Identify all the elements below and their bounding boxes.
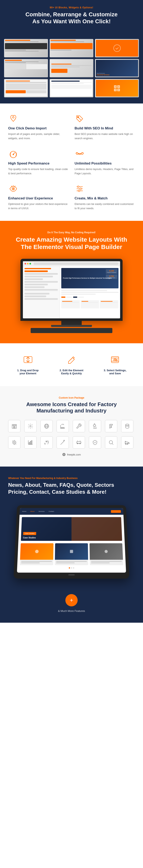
icon-globe (40, 420, 53, 432)
icon-chart (24, 436, 36, 448)
svg-point-31 (116, 360, 117, 361)
tablet-frame: Home About Services Contact Case Studies… (13, 505, 130, 579)
step-drag: 1. Drag and Dropyour Element (8, 353, 48, 376)
tablet-card-3 (89, 543, 123, 565)
step-edit-label: 2. Edit the ElementEasily & Quickly (60, 369, 83, 375)
feature-seo-desc: Best SEO practices to make website rank … (75, 132, 135, 141)
svg-rect-1 (114, 86, 116, 88)
monitor-screen: Provide High Performance Services for Mu… (23, 261, 120, 318)
svg-point-51 (13, 441, 16, 444)
icon-worker (89, 420, 101, 432)
svg-rect-46 (111, 427, 112, 428)
cta-badge: Do It The Easy Way, No Coding Required! (8, 231, 135, 234)
icon-tool-wrench (73, 420, 85, 432)
svg-point-29 (114, 359, 116, 360)
feature-one-click-desc: Import all of pages and posts, sample sl… (8, 132, 68, 141)
steps-section: 1. Drag and Dropyour Element 2. Edit the… (0, 343, 143, 386)
feature-ux: Enhanced User Experience Optimized to gi… (8, 184, 68, 211)
svg-rect-2 (118, 86, 120, 88)
icon-shield (89, 436, 101, 448)
tablet-card-icon (35, 550, 39, 554)
svg-rect-58 (29, 442, 30, 444)
hero-section: 90+ UI Blocks, Widgets & Options! Combin… (0, 0, 143, 39)
hero-badge: 90+ UI Blocks, Widgets & Options! (8, 6, 135, 9)
step-settings: 3. Select Settings,and Save (95, 353, 135, 376)
drag-icon (22, 353, 34, 366)
icon-factory (57, 420, 69, 432)
svg-rect-32 (12, 425, 17, 428)
icons-section-title: Awesome Icons Created for FactoryManufac… (8, 401, 135, 414)
screenshot-card (4, 79, 48, 97)
screenshot-card (50, 79, 93, 97)
icon-bulldozer (121, 436, 134, 448)
icons-section: Custom Icon Package Awesome Icons Create… (0, 386, 143, 467)
more-features-text: & Much More Features (8, 610, 135, 613)
more-badge: Whatever You Need For Manufacturing & In… (8, 477, 135, 479)
speedometer-icon (8, 149, 19, 159)
feature-mix-title: Create, Mix & Match (75, 196, 108, 200)
features-grid: One Click Demo Import Import all of page… (8, 114, 135, 211)
feature-ux-desc: Optimized to give your visitors the best… (8, 202, 68, 211)
tablet-card-icon-3 (104, 550, 108, 554)
eye-icon (8, 184, 19, 194)
stat1-label: Projects Completed (107, 272, 116, 273)
sliders-icon (75, 184, 85, 194)
tablet-nav-services: Services (38, 510, 45, 512)
feature-speed: High Speed Performance Top quality code … (8, 149, 68, 176)
keyboard (31, 328, 112, 333)
svg-line-7 (79, 118, 81, 120)
screenshot-card (50, 39, 93, 57)
more-features-button[interactable]: + (65, 594, 78, 607)
tablet-home-btn[interactable] (68, 574, 75, 575)
svg-line-67 (112, 444, 113, 445)
bottom-cta: + & Much More Features (0, 594, 143, 623)
screenshot-grid: High PerformanceIndustrial Services (0, 39, 143, 103)
monitor-mockup: Provide High Performance Services for Mu… (8, 259, 135, 321)
features-section: One Click Demo Import Import all of page… (0, 103, 143, 221)
svg-rect-4 (118, 89, 120, 91)
svg-point-12 (13, 188, 14, 189)
icon-recycle (40, 436, 53, 448)
svg-point-5 (12, 117, 14, 118)
settings-icon (109, 353, 121, 366)
monitor-base (61, 321, 82, 325)
svg-point-72 (105, 550, 108, 553)
feature-mix-desc: Elements can be easily combined and cust… (75, 202, 135, 211)
freepik-badge: freepik.com (8, 453, 135, 456)
tablet-mockup: Home About Services Contact Case Studies… (8, 504, 135, 578)
stat2-label: Satisfied Clients (107, 277, 116, 278)
tablet-nav-home: Home (22, 510, 26, 512)
tablet-nav-about[interactable]: About (30, 510, 34, 512)
icon-building (8, 420, 21, 432)
screenshot-card (95, 39, 139, 57)
icon-oil-barrel (121, 420, 134, 432)
more-title: News, About, Team, FAQs, Quote, SectorsP… (8, 482, 135, 496)
svg-point-10 (13, 154, 14, 155)
svg-point-16 (78, 186, 79, 188)
edit-icon (65, 353, 78, 366)
screenshot-card (4, 59, 48, 78)
feature-speed-desc: Top quality code to ensure fast loading,… (8, 167, 68, 176)
tablet-card-1 (20, 543, 54, 565)
tablet-nav-contact: Contact (49, 510, 54, 512)
svg-point-18 (78, 190, 80, 192)
svg-point-0 (114, 45, 120, 52)
svg-point-48 (126, 424, 129, 426)
icon-gear-settings (24, 420, 36, 432)
svg-point-17 (80, 188, 82, 190)
feature-unlimited-desc: Limitless demo layouts, Headers, Page Ti… (75, 167, 135, 176)
screenshot-card (4, 39, 48, 57)
svg-rect-3 (114, 89, 116, 91)
cursor-icon (8, 114, 19, 124)
tag-icon (75, 114, 85, 124)
svg-rect-60 (31, 441, 32, 444)
feature-mix: Create, Mix & Match Elements can be easi… (75, 184, 135, 211)
cta-title: Create Amazing Website Layouts WithThe E… (8, 236, 135, 251)
step-settings-label: 3. Select Settings,and Save (104, 369, 126, 375)
monitor-frame: Provide High Performance Services for Mu… (21, 259, 122, 321)
card-label: Case Studies (23, 532, 36, 535)
svg-line-55 (16, 444, 16, 444)
feature-one-click: One Click Demo Import Import all of page… (8, 114, 68, 141)
infinite-icon (75, 149, 85, 159)
icons-row-1 (8, 420, 135, 432)
